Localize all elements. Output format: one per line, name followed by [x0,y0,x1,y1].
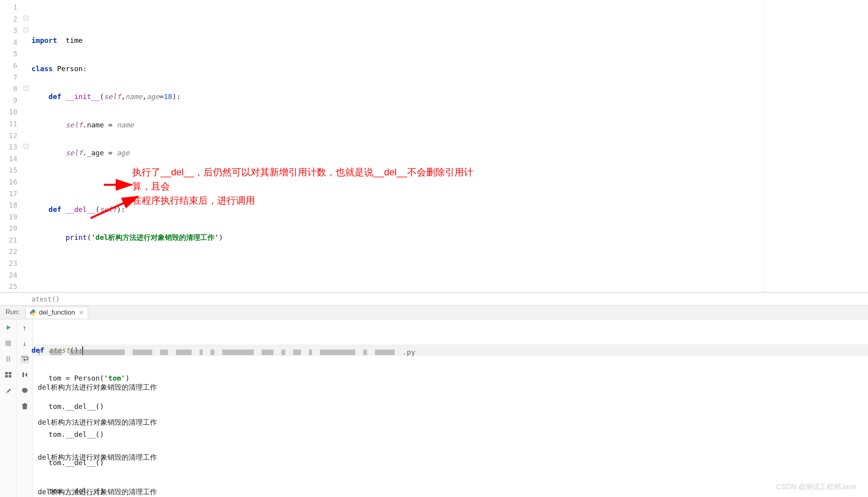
fold-toggle-icon[interactable]: − [24,86,28,90]
code-line: print('del析构方法进行对象销毁的清理工作') [31,232,868,243]
run-left-toolbar-2: ↑ ↓ [17,319,33,497]
stop-icon[interactable] [4,339,13,348]
code-line: def __init__(self,name,age=18): [31,91,868,103]
svg-rect-2 [6,341,11,346]
line-number: 4 [0,37,23,48]
run-tool-body: ↑ ↓ / .py del析构方法进行对象销毁的清理工作 del析构 [0,319,868,497]
code-line: self.name = name [31,119,868,131]
line-number: 13 [0,141,23,153]
line-number: 6 [0,60,23,72]
fold-toggle-icon[interactable]: − [24,16,28,20]
editor-pane: 1 2 3 4 5 6 7 8 9 10 11 12 13 14 15 16 1… [0,0,868,293]
print-icon[interactable] [20,386,29,395]
console-output[interactable]: / .py del析构方法进行对象销毁的清理工作 del析构方法进行对象销毁的清… [33,319,868,497]
svg-rect-3 [6,356,8,362]
run-left-toolbar [0,319,17,497]
svg-rect-5 [5,372,8,374]
fold-gutter: − − − − [23,0,31,292]
code-line: import time [31,35,868,46]
line-number: 8 [0,83,23,95]
line-number: 9 [0,95,23,107]
pause-icon[interactable] [4,355,13,363]
soft-wrap-icon[interactable] [20,355,29,363]
watermark: CSDN @测试工程师Jane [776,482,856,491]
line-number: 11 [0,118,23,130]
svg-rect-4 [9,356,10,362]
code-line [31,288,868,300]
line-number: 21 [0,234,23,246]
line-number: 15 [0,164,23,176]
svg-rect-6 [9,372,11,374]
right-margin-guide [763,0,764,292]
line-number: 24 [0,269,23,281]
down-icon[interactable]: ↓ [20,339,29,348]
scroll-to-end-icon[interactable] [20,370,29,379]
run-label: Run: [0,308,25,316]
rerun-icon[interactable] [4,323,13,332]
console-path-blurred: / .py [38,346,863,358]
line-number: 3 [0,25,23,37]
line-number: 10 [0,106,23,118]
line-number: 25 [0,281,23,293]
fold-toggle-icon[interactable]: − [24,28,28,32]
svg-rect-7 [5,375,8,377]
code-line [31,175,868,187]
console-line: del析构方法进行对象销毁的清理工作 [38,486,863,497]
code-line: def __del__(self): [31,204,868,215]
line-number: 1 [0,2,23,13]
layout-icon[interactable] [4,370,13,379]
line-number: 23 [0,258,23,269]
console-line: del析构方法进行对象销毁的清理工作 [38,381,863,393]
code-editor[interactable]: import time class Person: def __init__(s… [31,0,868,292]
line-number: 19 [0,211,23,223]
console-line: del析构方法进行对象销毁的清理工作 [38,416,863,428]
line-number: 2 [0,13,23,25]
line-number: 22 [0,246,23,258]
pin-icon[interactable] [4,386,13,395]
up-icon[interactable]: ↑ [20,323,29,332]
line-number: 5 [0,48,23,60]
line-number: 20 [0,223,23,234]
line-number: 18 [0,199,23,211]
line-number: 14 [0,153,23,165]
line-number: 16 [0,176,23,188]
fold-toggle-icon[interactable]: − [24,144,28,149]
line-number: 17 [0,188,23,200]
line-number: 7 [0,72,23,83]
line-number-gutter: 1 2 3 4 5 6 7 8 9 10 11 12 13 14 15 16 1… [0,0,23,292]
code-line [31,260,868,272]
line-number: 12 [0,130,23,142]
svg-rect-8 [9,375,11,377]
console-line: del析构方法进行对象销毁的清理工作 [38,451,863,463]
code-line: class Person: [31,63,868,75]
trash-icon[interactable] [20,402,29,410]
code-line: self._age = age [31,147,868,159]
